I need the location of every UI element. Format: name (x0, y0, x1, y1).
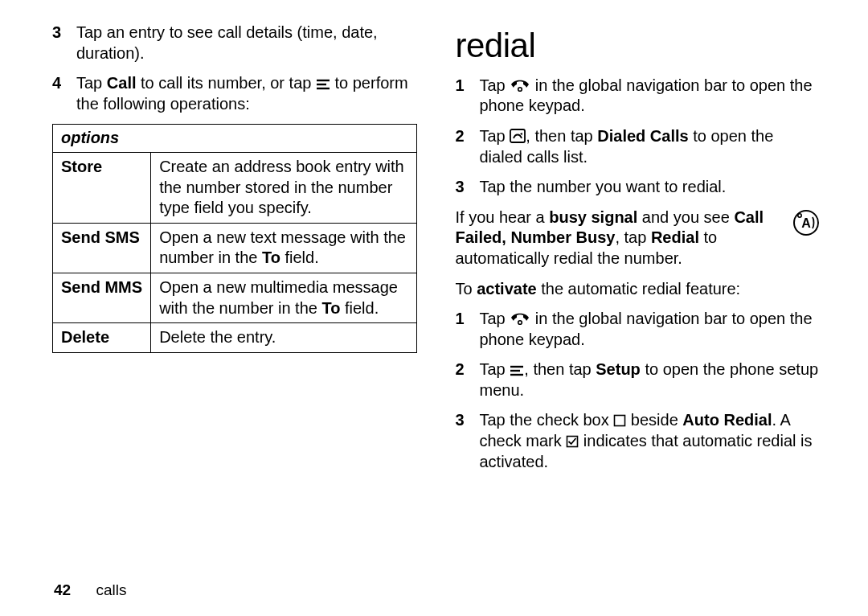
numbered-step: 1Tap in the global navigation bar to ope… (456, 309, 821, 350)
step-body: Tap in the global navigation bar to open… (480, 76, 821, 117)
svg-point-3 (518, 87, 522, 91)
step-number: 2 (456, 359, 480, 400)
step-number: 3 (456, 410, 480, 472)
feature-icon: A (792, 209, 820, 240)
redial-steps-a: 1Tap in the global navigation bar to ope… (456, 76, 821, 198)
phone-icon (510, 311, 530, 326)
numbered-step: 3Tap the check box beside Auto Redial. A… (456, 410, 821, 472)
option-name: Send SMS (53, 223, 151, 273)
svg-point-8 (518, 321, 522, 325)
step-body: Tap in the global navigation bar to open… (480, 309, 821, 350)
table-row: Send MMSOpen a new multimedia message wi… (53, 273, 417, 322)
section-heading: redial (456, 24, 821, 68)
step-body: Tap , then tap Setup to open the phone s… (480, 359, 821, 400)
step-number: 2 (456, 126, 480, 167)
footer-section: calls (96, 581, 126, 598)
numbered-step: 3Tap the number you want to redial. (456, 177, 821, 198)
numbered-step: 3Tap an entry to see call details (time,… (52, 23, 417, 64)
step-number: 4 (52, 73, 76, 114)
options-table: options StoreCreate an address book entr… (52, 124, 417, 352)
step-body: Tap the check box beside Auto Redial. A … (480, 410, 821, 472)
menu-icon (510, 365, 524, 376)
right-column: redial 1Tap in the global navigation bar… (456, 23, 821, 566)
step-body: Tap an entry to see call details (time, … (76, 23, 417, 64)
option-description: Create an address book entry with the nu… (151, 152, 416, 223)
table-row: StoreCreate an address book entry with t… (53, 152, 417, 223)
redial-steps-b: 1Tap in the global navigation bar to ope… (456, 309, 821, 472)
svg-text:A: A (801, 216, 811, 230)
feature-icon: A (792, 209, 820, 236)
svg-rect-4 (510, 129, 525, 142)
option-name: Send MMS (53, 273, 151, 322)
step-number: 1 (456, 309, 480, 350)
recent-calls-icon (510, 129, 526, 143)
step-body: Tap the number you want to redial. (480, 177, 821, 198)
numbered-step: 2Tap , then tap Dialed Calls to open the… (456, 126, 821, 167)
numbered-step: 2Tap , then tap Setup to open the phone … (456, 359, 821, 400)
left-steps: 3Tap an entry to see call details (time,… (52, 23, 417, 114)
page-number: 42 (54, 581, 71, 598)
numbered-step: 1Tap in the global navigation bar to ope… (456, 76, 821, 117)
step-body: Tap , then tap Dialed Calls to open the … (480, 126, 821, 167)
menu-icon (316, 79, 330, 90)
left-column: 3Tap an entry to see call details (time,… (52, 23, 417, 566)
phone-icon (510, 78, 530, 92)
svg-rect-12 (615, 416, 625, 426)
table-row: Send SMSOpen a new text message with the… (53, 223, 417, 273)
option-name: Delete (53, 323, 151, 353)
table-row: DeleteDelete the entry. (53, 323, 417, 353)
checkbox-checked-icon (566, 435, 579, 448)
step-number: 3 (456, 177, 480, 198)
options-table-header: options (53, 125, 417, 153)
numbered-step: 4Tap Call to call its number, or tap to … (52, 73, 417, 114)
busy-signal-para: A If you hear a busy signal and you see … (456, 207, 821, 269)
checkbox-empty-icon (613, 414, 626, 427)
option-name: Store (53, 152, 151, 223)
step-number: 1 (456, 76, 480, 117)
step-body: Tap Call to call its number, or tap to p… (76, 73, 417, 114)
option-description: Open a new multimedia message with the n… (151, 273, 416, 322)
option-description: Delete the entry. (151, 323, 416, 353)
activate-para: To activate the automatic redial feature… (456, 279, 821, 300)
manual-page: 3Tap an entry to see call details (time,… (0, 0, 868, 616)
step-number: 3 (52, 23, 76, 64)
option-description: Open a new text message with the number … (151, 223, 416, 273)
svg-rect-13 (567, 437, 578, 447)
two-column-layout: 3Tap an entry to see call details (time,… (52, 23, 820, 566)
page-footer: 42 calls (52, 566, 820, 600)
